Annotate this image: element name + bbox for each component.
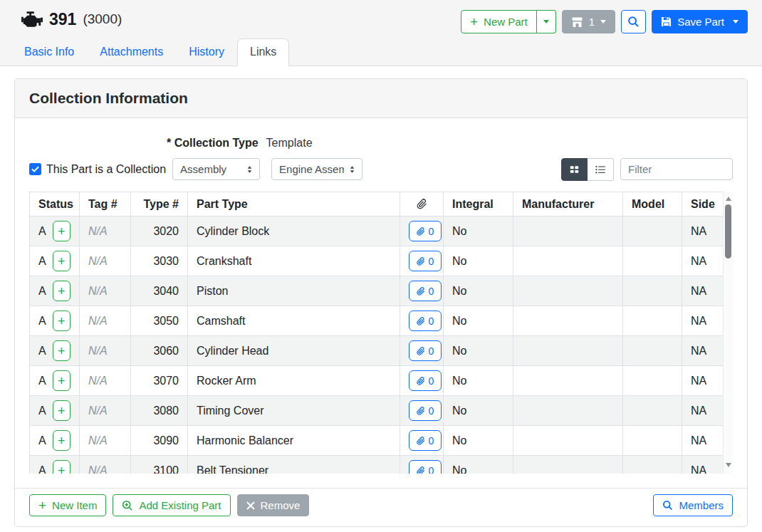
shop-count: 1 (589, 16, 595, 28)
attachment-count: 0 (429, 226, 434, 237)
row-add-button[interactable]: + (53, 311, 71, 331)
vertical-scrollbar[interactable] (723, 192, 733, 474)
col-header-manufacturer[interactable]: Manufacturer (513, 192, 623, 217)
part-type-value: Rocker Arm (188, 366, 400, 396)
col-header-integral[interactable]: Integral (444, 192, 513, 217)
tag-value: N/A (80, 276, 131, 306)
side-value: NA (682, 276, 724, 306)
shop-count-dropdown-button[interactable]: 1 (562, 10, 615, 33)
col-header-side[interactable]: Side (682, 192, 724, 217)
search-button[interactable] (621, 10, 646, 33)
attachments-button[interactable]: 0 (409, 400, 442, 421)
tab-basic-info[interactable]: Basic Info (11, 38, 87, 66)
scroll-up-arrow-icon[interactable] (726, 197, 731, 201)
model-value (623, 426, 682, 456)
table-row[interactable]: A + N/A 3090 Harmonic Balancer 0 No NA (30, 426, 724, 456)
search-icon (627, 16, 640, 28)
row-add-button[interactable]: + (53, 281, 71, 301)
row-add-button[interactable]: + (53, 340, 71, 361)
parts-table: Status Tag # Type # Part Type Integral M… (29, 192, 724, 474)
part-type-value: Timing Cover (188, 396, 400, 426)
add-existing-part-button[interactable]: Add Existing Part (113, 494, 230, 516)
part-type-value: Camshaft (188, 306, 400, 336)
plus-icon: + (470, 15, 478, 28)
row-add-button[interactable]: + (53, 251, 71, 271)
template-select[interactable]: Engine Assembly (271, 158, 362, 180)
col-header-part-type[interactable]: Part Type (188, 192, 400, 217)
new-part-dropdown-toggle[interactable] (537, 10, 556, 33)
table-row[interactable]: A + N/A 3060 Cylinder Head 0 No NA (30, 336, 724, 366)
attachments-button[interactable]: 0 (409, 281, 442, 301)
list-icon (595, 165, 606, 174)
table-grid-icon (569, 165, 580, 174)
row-add-button[interactable]: + (53, 460, 71, 474)
scroll-down-arrow-icon[interactable] (726, 463, 731, 467)
row-add-button[interactable]: + (53, 221, 71, 241)
col-header-model[interactable]: Model (623, 192, 682, 217)
manufacturer-value (513, 336, 623, 366)
status-value: A (38, 315, 46, 328)
attachment-count: 0 (429, 375, 434, 387)
members-button[interactable]: Members (653, 494, 733, 516)
new-item-button[interactable]: + New Item (29, 494, 106, 516)
attachments-button[interactable]: 0 (409, 460, 442, 474)
col-header-attachments[interactable] (400, 192, 444, 217)
row-add-button[interactable]: + (53, 370, 71, 391)
integral-value: No (444, 217, 513, 246)
grid-view-toggle[interactable] (561, 158, 588, 181)
table-row[interactable]: A + N/A 3040 Piston 0 No NA (30, 276, 724, 306)
members-label: Members (679, 499, 724, 511)
table-row[interactable]: A + N/A 3080 Timing Cover 0 No NA (30, 396, 724, 426)
type-number-value: 3040 (131, 276, 188, 306)
scrollbar-thumb[interactable] (725, 204, 731, 259)
plus-icon: + (58, 405, 66, 417)
attachment-count: 0 (429, 286, 434, 297)
collection-type-select-value: Assembly (180, 163, 226, 175)
list-view-toggle[interactable] (588, 158, 614, 181)
up-down-arrows-icon (348, 165, 356, 174)
part-type-value: Crankshaft (188, 246, 400, 276)
row-add-button[interactable]: + (53, 430, 71, 451)
integral-value: No (444, 366, 513, 396)
is-collection-checkbox[interactable] (29, 163, 41, 175)
paperclip-icon (417, 376, 425, 386)
engine-icon (21, 11, 43, 27)
side-value: NA (682, 366, 724, 396)
collection-type-select[interactable]: Assembly (172, 158, 260, 180)
plus-icon: + (58, 464, 66, 474)
tab-links[interactable]: Links (237, 38, 289, 66)
plus-icon: + (58, 225, 66, 238)
paperclip-icon (417, 406, 425, 416)
tab-attachments[interactable]: Attachments (87, 38, 176, 66)
col-header-status[interactable]: Status (30, 192, 80, 217)
status-value: A (38, 345, 46, 358)
table-row[interactable]: A + N/A 3050 Camshaft 0 No NA (30, 306, 724, 336)
part-type-value: Piston (188, 276, 400, 306)
attachments-button[interactable]: 0 (409, 370, 442, 391)
row-add-button[interactable]: + (53, 400, 71, 421)
attachments-button[interactable]: 0 (409, 221, 442, 241)
col-header-tag[interactable]: Tag # (80, 192, 131, 217)
attachments-button[interactable]: 0 (409, 340, 442, 361)
table-row[interactable]: A + N/A 3070 Rocker Arm 0 No NA (30, 366, 724, 396)
side-value: NA (682, 456, 724, 474)
table-row[interactable]: A + N/A 3100 Belt Tensioner 0 No NA (30, 456, 724, 474)
attachments-button[interactable]: 0 (409, 430, 442, 451)
plus-icon: + (38, 499, 46, 512)
col-header-type-num[interactable]: Type # (131, 192, 188, 217)
type-number-value: 3060 (131, 336, 188, 366)
attachments-button[interactable]: 0 (409, 251, 442, 271)
remove-button[interactable]: Remove (237, 494, 310, 516)
integral-value: No (444, 246, 513, 276)
table-row[interactable]: A + N/A 3030 Crankshaft 0 No NA (30, 246, 724, 276)
attachments-button[interactable]: 0 (409, 311, 442, 331)
filter-input[interactable] (620, 158, 733, 180)
new-part-button[interactable]: + New Part (461, 10, 537, 33)
attachment-count: 0 (429, 435, 434, 447)
tab-history[interactable]: History (176, 38, 237, 66)
integral-value: No (444, 426, 513, 456)
manufacturer-value (513, 366, 623, 396)
type-number-value: 3030 (131, 246, 188, 276)
table-row[interactable]: A + N/A 3020 Cylinder Block 0 No NA (30, 217, 724, 246)
save-part-button[interactable]: Save Part (652, 10, 748, 33)
